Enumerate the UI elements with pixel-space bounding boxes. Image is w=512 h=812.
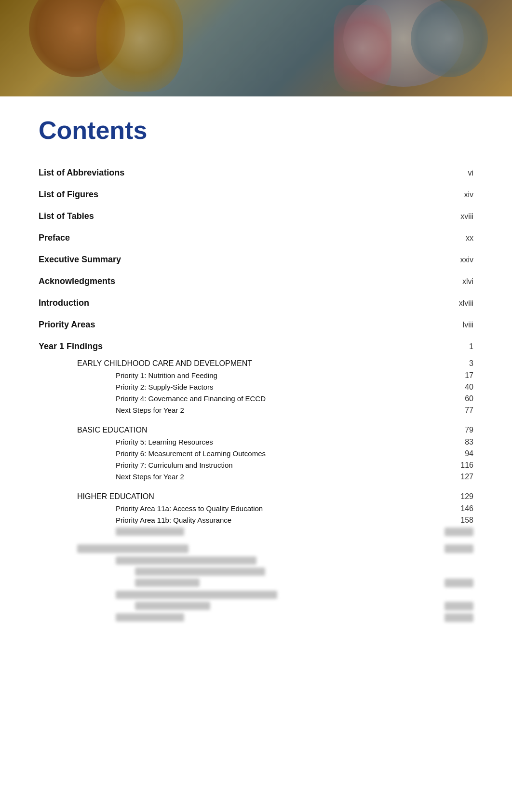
toc-row: Priority 1: Nutrition and Feeding 17 <box>39 370 473 381</box>
toc-label: Next Steps for Year 2 <box>116 406 184 414</box>
hero-image <box>0 0 512 96</box>
toc-label: Next Steps for Year 2 <box>116 473 184 481</box>
toc-page: xlviii <box>445 299 473 308</box>
toc-row: Priority 6: Measurement of Learning Outc… <box>39 448 473 460</box>
toc-row: Preface xx <box>39 227 473 249</box>
toc-row: Priority Areas lviii <box>39 314 473 336</box>
toc-label: List of Tables <box>39 211 94 221</box>
toc-row: Priority 2: Supply-Side Factors 40 <box>39 381 473 393</box>
toc-label: Priority 7: Curriculum and Instruction <box>116 461 233 469</box>
toc-page: 83 <box>445 438 473 447</box>
toc-page: 129 <box>445 492 473 501</box>
toc-label: Acknowledgments <box>39 276 115 286</box>
toc-page: 60 <box>445 394 473 403</box>
toc-label: BASIC EDUCATION <box>77 426 148 434</box>
toc-row: Acknowledgments xlvi <box>39 271 473 292</box>
toc-label: Priority 1: Nutrition and Feeding <box>116 371 217 379</box>
toc-page: lviii <box>445 321 473 329</box>
toc-page: 94 <box>445 449 473 458</box>
toc-row: Introduction xlviii <box>39 292 473 314</box>
toc-page: 40 <box>445 383 473 392</box>
toc-page: 127 <box>445 473 473 481</box>
toc-page: 79 <box>445 426 473 434</box>
toc-page: xxiv <box>445 256 473 264</box>
toc-label: Priority 6: Measurement of Learning Outc… <box>116 449 266 458</box>
toc-page: xx <box>445 234 473 243</box>
toc-row: Priority 7: Curriculum and Instruction 1… <box>39 460 473 471</box>
page-title: Contents <box>39 116 473 145</box>
toc-row: Year 1 Findings 1 <box>39 336 473 357</box>
blurred-toc-section: Next Steps for Year 2 171 WORKFORCE DEVE… <box>39 526 473 623</box>
toc-page: xviii <box>445 212 473 221</box>
toc-row: Priority 5: Learning Resources 83 <box>39 436 473 448</box>
toc-label: List of Figures <box>39 189 98 200</box>
toc-label: Priority Area 11a: Access to Quality Edu… <box>116 504 263 513</box>
toc-page: 1 <box>445 342 473 351</box>
toc-page: 158 <box>445 516 473 525</box>
toc-label: HIGHER EDUCATION <box>77 492 154 501</box>
toc-page: 3 <box>445 359 473 368</box>
toc-label: Preface <box>39 233 70 243</box>
toc-label: List of Abbreviations <box>39 168 124 178</box>
toc-row: List of Tables xviii <box>39 205 473 227</box>
toc-label: Priority Area 11b: Quality Assurance <box>116 516 231 524</box>
toc-label: Priority 4: Governance and Financing of … <box>116 394 266 403</box>
toc-row: Priority Area 11b: Quality Assurance 158 <box>39 514 473 526</box>
toc-row: HIGHER EDUCATION 129 <box>39 490 473 503</box>
toc-page: xiv <box>445 190 473 199</box>
toc-page: xlvi <box>445 277 473 286</box>
toc-row: BASIC EDUCATION 79 <box>39 424 473 436</box>
toc-page: 116 <box>445 461 473 470</box>
toc-row: Priority 4: Governance and Financing of … <box>39 393 473 405</box>
toc-label: Priority 5: Learning Resources <box>116 438 213 446</box>
toc-page: 17 <box>445 371 473 380</box>
toc-row: Next Steps for Year 2 127 <box>39 471 473 483</box>
toc-label: Year 1 Findings <box>39 341 103 352</box>
toc-label: Executive Summary <box>39 255 121 265</box>
toc-label: Introduction <box>39 298 89 308</box>
toc-row: List of Figures xiv <box>39 184 473 205</box>
toc-label: EARLY CHILDHOOD CARE AND DEVELOPMENT <box>77 359 252 368</box>
toc-container: List of Abbreviations vi List of Figures… <box>39 162 473 623</box>
toc-row: Next Steps for Year 2 77 <box>39 405 473 416</box>
toc-page: 146 <box>445 504 473 513</box>
toc-row: Executive Summary xxiv <box>39 249 473 271</box>
content-area: Contents List of Abbreviations vi List o… <box>0 96 512 652</box>
toc-page: vi <box>445 169 473 177</box>
toc-row: List of Abbreviations vi <box>39 162 473 184</box>
toc-row: EARLY CHILDHOOD CARE AND DEVELOPMENT 3 <box>39 357 473 370</box>
toc-row: Priority Area 11a: Access to Quality Edu… <box>39 503 473 514</box>
toc-label: Priority Areas <box>39 320 95 330</box>
toc-page: 77 <box>445 406 473 415</box>
toc-label: Priority 2: Supply-Side Factors <box>116 383 214 391</box>
